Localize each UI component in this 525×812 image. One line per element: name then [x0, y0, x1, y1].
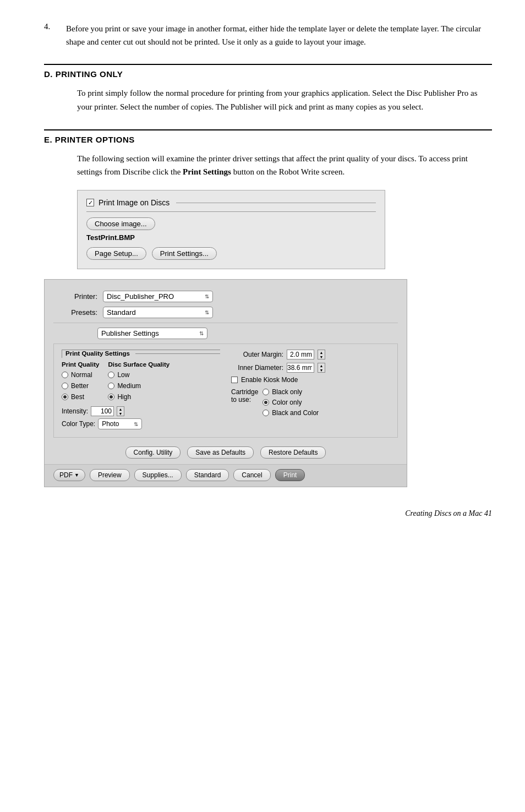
settings-value: Publisher Settings: [101, 329, 159, 337]
section-e-text-after: button on the Robot Write screen.: [231, 167, 344, 176]
high-label: High: [117, 393, 131, 401]
presets-arrow-icon: ⇅: [205, 309, 209, 315]
page-footer: Creating Discs on a Mac 41: [44, 509, 492, 518]
bottom-buttons-row: Page Setup... Print Settings...: [86, 247, 376, 260]
section-e-body: The following section will examine the p…: [77, 152, 492, 179]
intensity-label: Intensity:: [62, 407, 88, 415]
disc-surface-col: Disc Surface Quality Low Medium High: [108, 361, 169, 402]
inner-diameter-spinner[interactable]: ▲ ▼: [318, 363, 325, 373]
better-label: Better: [71, 382, 89, 390]
color-type-arrow-icon: ⇅: [134, 421, 138, 427]
printer-select[interactable]: Disc_Publisher_PRO ⇅: [103, 291, 213, 302]
outer-margin-spinner[interactable]: ▲ ▼: [318, 350, 325, 359]
color-only-row[interactable]: Color only: [262, 399, 319, 406]
cartridge-options: Black only Color only Black and Color: [262, 388, 319, 418]
print-quality-col-label: Print Quality: [62, 361, 99, 368]
color-type-value: Photo: [102, 420, 119, 428]
intensity-input[interactable]: [91, 406, 114, 416]
config-buttons-row: Config. Utility Save as Defaults Restore…: [45, 442, 407, 464]
black-only-radio[interactable]: [262, 389, 269, 395]
dialog-divider: [53, 323, 398, 323]
supplies-button[interactable]: Supplies...: [134, 469, 182, 481]
black-only-label: Black only: [272, 388, 302, 396]
color-type-select[interactable]: Photo ⇅: [98, 418, 142, 429]
black-and-color-radio[interactable]: [262, 410, 269, 416]
print-dialog: Printer: Disc_Publisher_PRO ⇅ Presets: S…: [44, 279, 407, 487]
choose-image-button[interactable]: Choose image...: [86, 217, 155, 230]
best-radio-row[interactable]: Best: [62, 393, 99, 401]
inner-diameter-input[interactable]: [287, 363, 314, 373]
disc-surface-col-label: Disc Surface Quality: [108, 361, 169, 368]
color-type-label: Color Type:: [62, 420, 95, 428]
page-setup-button[interactable]: Page Setup...: [86, 247, 146, 260]
normal-label: Normal: [71, 371, 92, 379]
high-radio-row[interactable]: High: [108, 393, 169, 401]
section-d-text: To print simply follow the normal proced…: [77, 86, 492, 114]
choose-image-row: Choose image...: [86, 217, 376, 230]
header-line: [176, 203, 376, 203]
restore-defaults-button[interactable]: Restore Defaults: [260, 446, 326, 459]
black-and-color-row[interactable]: Black and Color: [262, 409, 319, 417]
medium-radio-row[interactable]: Medium: [108, 382, 169, 390]
pdf-label: PDF: [59, 471, 73, 479]
high-radio[interactable]: [108, 394, 114, 400]
kiosk-checkbox[interactable]: [231, 377, 238, 383]
pq-section-title-text: Print Quality Settings: [62, 350, 133, 357]
to-use-label-text: to use:: [231, 396, 258, 404]
standard-button[interactable]: Standard: [186, 469, 229, 481]
color-only-label: Color only: [272, 399, 302, 406]
color-type-row: Color Type: Photo ⇅: [62, 418, 220, 429]
save-defaults-button[interactable]: Save as Defaults: [187, 446, 254, 459]
cancel-button[interactable]: Cancel: [233, 469, 270, 481]
medium-label: Medium: [117, 382, 141, 390]
print-image-label: Print Image on Discs: [99, 198, 169, 207]
kiosk-mode-row: Enable Kiosk Mode: [231, 376, 390, 384]
section-e-text: The following section will examine the p…: [77, 152, 492, 179]
best-radio[interactable]: [62, 394, 68, 400]
print-settings-button[interactable]: Print Settings...: [152, 247, 217, 260]
black-only-row[interactable]: Black only: [262, 388, 319, 396]
print-image-checkbox[interactable]: ✓: [86, 199, 94, 206]
preview-button[interactable]: Preview: [90, 469, 130, 481]
inner-diameter-row: Inner Diameter: ▲ ▼: [231, 363, 390, 373]
settings-select[interactable]: Publisher Settings ⇅: [97, 328, 207, 339]
intensity-spinner[interactable]: ▲ ▼: [117, 406, 124, 416]
outer-margin-spinner-down-icon[interactable]: ▼: [318, 355, 325, 359]
normal-radio[interactable]: [62, 372, 68, 378]
color-only-radio[interactable]: [262, 399, 269, 406]
printer-value: Disc_Publisher_PRO: [107, 292, 174, 301]
print-quality-left: Print Quality Settings Print Quality Nor…: [62, 350, 220, 429]
presets-select[interactable]: Standard ⇅: [103, 307, 213, 318]
presets-row: Presets: Standard ⇅: [45, 307, 407, 318]
section-e-title: E. PRINTER OPTIONS: [44, 135, 492, 144]
cartridge-labels: Cartridge to use:: [231, 388, 258, 404]
low-radio-row[interactable]: Low: [108, 371, 169, 379]
inner-diameter-spinner-down-icon[interactable]: ▼: [318, 368, 325, 372]
outer-margin-input[interactable]: [287, 350, 314, 359]
printer-arrow-icon: ⇅: [205, 293, 209, 299]
settings-arrow-icon: ⇅: [199, 330, 204, 336]
cartridge-label-row: Cartridge to use: Black only Color only: [231, 388, 390, 418]
medium-radio[interactable]: [108, 383, 114, 389]
low-radio[interactable]: [108, 372, 114, 378]
item-content: Before you print or save your image in a…: [66, 22, 492, 48]
black-and-color-label: Black and Color: [272, 409, 319, 417]
footer-text: Creating Discs on a Mac 41: [405, 509, 492, 517]
inner-diameter-label: Inner Diameter:: [231, 364, 283, 372]
better-radio[interactable]: [62, 383, 68, 389]
kiosk-label: Enable Kiosk Mode: [241, 376, 298, 384]
spinner-down-icon[interactable]: ▼: [117, 411, 124, 416]
spinner-up-icon[interactable]: ▲: [117, 407, 124, 411]
config-utility-button[interactable]: Config. Utility: [125, 446, 181, 459]
normal-radio-row[interactable]: Normal: [62, 371, 99, 379]
print-quality-right: Outer Margin: ▲ ▼ Inner Diameter: ▲ ▼: [231, 350, 390, 429]
pdf-button[interactable]: PDF ▼: [53, 469, 85, 481]
settings-row: Publisher Settings ⇅: [45, 328, 407, 339]
better-radio-row[interactable]: Better: [62, 382, 99, 390]
outer-margin-spinner-up-icon[interactable]: ▲: [318, 350, 325, 355]
intensity-row: Intensity: ▲ ▼: [62, 406, 220, 416]
print-button[interactable]: Print: [275, 469, 305, 481]
print-settings-bold: Print Settings: [183, 167, 231, 176]
numbered-item-4: 4. Before you print or save your image i…: [44, 22, 492, 48]
inner-diameter-spinner-up-icon[interactable]: ▲: [318, 363, 325, 368]
